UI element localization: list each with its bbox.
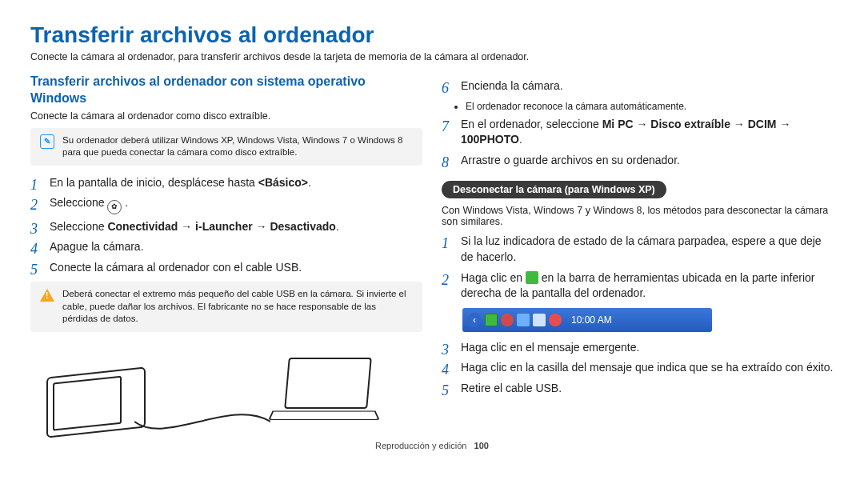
safe-remove-icon <box>526 271 538 284</box>
warning-note-text: Deberá conectar el extremo más pequeño d… <box>62 288 413 326</box>
shield-tray-icon <box>501 314 514 326</box>
step-item: Retire el cable USB. <box>442 381 834 397</box>
camera-drawing <box>46 366 146 438</box>
disconnect-heading-pill: Desconectar la cámara (para Windows XP) <box>442 181 666 198</box>
step-item: Si la luz indicadora de estado de la cám… <box>442 234 834 265</box>
info-note-text: Su ordenador deberá utilizar Windows XP,… <box>62 134 413 159</box>
step-item: Haga clic en el mensaje emergente. <box>442 340 834 356</box>
safe-remove-tray-icon <box>485 314 498 326</box>
step-item: Apague la cámara. <box>30 239 422 255</box>
left-column: Transferir archivos al ordenador con sis… <box>30 74 422 438</box>
usb-cable-drawing <box>134 406 270 438</box>
left-paragraph: Conecte la cámara al ordenador como disc… <box>30 110 422 122</box>
tray-expand-icon: ‹ <box>467 313 482 327</box>
manual-page: Transferir archivos al ordenador Conecte… <box>0 0 864 458</box>
step-item: Haga clic en la casilla del mensaje que … <box>442 360 834 376</box>
step-item: En el ordenador, seleccione Mi PC → Disc… <box>442 117 834 148</box>
disconnect-steps-2: Haga clic en el mensaje emergente. Haga … <box>442 340 834 397</box>
right-column: Encienda la cámara. El ordenador reconoc… <box>442 74 834 438</box>
windows-taskbar-illustration: ‹ 10:00 AM <box>462 308 712 332</box>
laptop-drawing <box>270 358 374 426</box>
info-note: ✎ Su ordenador deberá utilizar Windows X… <box>30 128 422 166</box>
left-subtitle: Transferir archivos al ordenador con sis… <box>30 74 422 107</box>
step6-sublist: El ordenador reconoce la cámara automáti… <box>466 101 834 112</box>
step-item: Seleccione ✿ . <box>30 195 422 214</box>
disconnect-steps: Si la luz indicadora de estado de la cám… <box>442 234 834 301</box>
right-steps-continue: Encienda la cámara. <box>442 78 834 94</box>
footer-section: Reproducción y edición <box>375 441 466 450</box>
left-steps: En la pantalla de inicio, desplácese has… <box>30 175 422 276</box>
settings-wheel-icon: ✿ <box>107 200 122 214</box>
footer-page-number: 100 <box>474 441 489 450</box>
page-footer: Reproducción y edición 100 <box>30 441 834 450</box>
info-icon: ✎ <box>40 134 54 149</box>
list-item: El ordenador reconoce la cámara automáti… <box>466 101 834 112</box>
step-item: Encienda la cámara. <box>442 78 834 94</box>
page-intro: Conecte la cámara al ordenador, para tra… <box>30 51 834 62</box>
step-item: En la pantalla de inicio, desplácese has… <box>30 175 422 191</box>
network-tray-icon <box>549 314 562 326</box>
warning-note: Deberá conectar el extremo más pequeño d… <box>30 282 422 332</box>
step-item: Haga clic en en la barra de herramientas… <box>442 270 834 302</box>
disconnect-paragraph: Con Windows Vista, Windows 7 y Windows 8… <box>442 205 834 227</box>
step-item: Conecte la cámara al ordenador con el ca… <box>30 260 422 276</box>
right-steps-continue-2: En el ordenador, seleccione Mi PC → Disc… <box>442 117 834 169</box>
step-item: Seleccione Conectividad → i-Launcher → D… <box>30 219 422 235</box>
usb-connection-illustration <box>46 342 422 438</box>
warning-icon <box>40 288 54 302</box>
monitor-tray-icon <box>517 314 530 326</box>
step-item: Arrastre o guarde archivos en su ordenad… <box>442 153 834 169</box>
sound-tray-icon <box>533 314 546 326</box>
taskbar-clock: 10:00 AM <box>571 314 612 326</box>
page-title: Transferir archivos al ordenador <box>30 22 834 48</box>
